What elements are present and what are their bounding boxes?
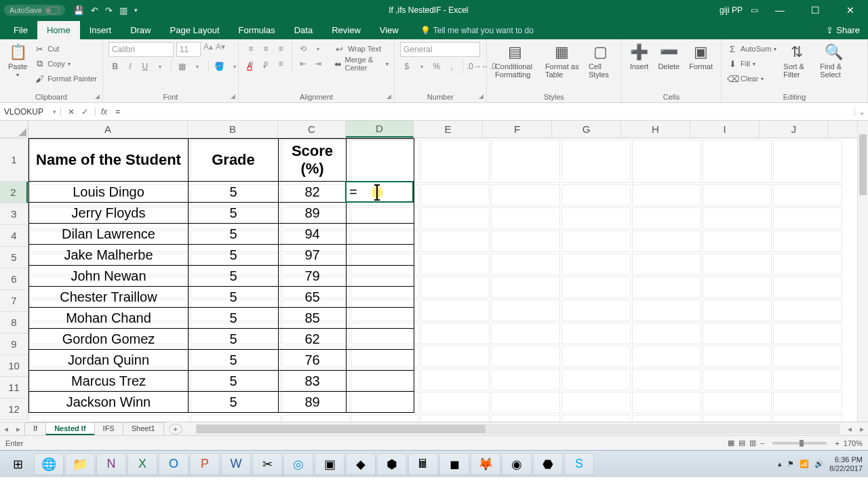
data-cell[interactable]: 5 (189, 329, 279, 350)
row-header-3[interactable]: 3 (0, 203, 28, 225)
data-cell[interactable]: 5 (189, 287, 279, 308)
touch-mode-icon[interactable]: ▥ (119, 5, 127, 16)
scrollbar-thumb[interactable] (859, 134, 867, 195)
sheet-tab[interactable]: If (24, 422, 46, 435)
redo-icon[interactable]: ↷ (105, 5, 113, 16)
taskbar-firefox-icon[interactable]: 🦊 (471, 453, 500, 475)
dialog-launcher-icon[interactable]: ◢ (231, 93, 235, 100)
data-cell[interactable]: Jackson Winn (29, 392, 189, 413)
taskbar-powerpoint-icon[interactable]: P (190, 453, 220, 475)
column-header-E[interactable]: E (414, 121, 483, 138)
column-header-H[interactable]: H (621, 121, 690, 138)
page-layout-view-icon[interactable]: ▤ (738, 439, 745, 447)
taskbar-outlook-icon[interactable]: O (159, 453, 189, 475)
zoom-level[interactable]: 170% (844, 439, 863, 447)
font-name-combo[interactable]: Calibri (108, 42, 174, 57)
italic-button[interactable]: I (123, 60, 137, 73)
delete-cells-button[interactable]: ➖Delete (655, 42, 682, 72)
column-header-F[interactable]: F (483, 121, 552, 138)
taskbar-app-icon[interactable]: ⬣ (533, 453, 563, 475)
fill-button[interactable]: ⬇Fill▾ (727, 57, 776, 70)
increase-font-icon[interactable]: A▴ (203, 42, 213, 57)
taskbar-skype-icon[interactable]: S (564, 453, 594, 475)
taskbar-app-icon[interactable]: ▣ (315, 453, 344, 475)
data-cell[interactable]: 89 (279, 392, 347, 413)
taskbar-teamviewer-icon[interactable]: ◎ (283, 453, 313, 475)
expand-formula-bar-icon[interactable]: ⌄ (854, 107, 868, 117)
data-table[interactable]: Name of the StudentGradeScore (%)Louis D… (28, 138, 414, 413)
comma-format-icon[interactable]: , (445, 60, 458, 73)
row-header-9[interactable]: 9 (0, 333, 28, 355)
decrease-indent-icon[interactable]: ⇤ (296, 57, 310, 70)
data-cell[interactable]: 97 (279, 245, 347, 266)
format-as-table-button[interactable]: ▦Format as Table (542, 42, 582, 80)
row-header-11[interactable]: 11 (0, 377, 28, 399)
data-cell[interactable]: Gordon Gomez (29, 329, 189, 350)
maximize-button[interactable]: ☐ (802, 0, 829, 20)
data-cell[interactable] (347, 329, 414, 350)
data-cell[interactable]: Jake Malherbe (29, 245, 189, 266)
border-button[interactable]: ▦ (176, 60, 189, 73)
font-size-combo[interactable]: 11 (176, 42, 201, 57)
data-cell[interactable]: 5 (189, 182, 279, 203)
sheet-tab[interactable]: Sheet1 (123, 422, 164, 435)
column-header-A[interactable]: A (28, 121, 188, 138)
tray-flag-icon[interactable]: ⚑ (787, 460, 794, 468)
align-top-icon[interactable]: ≡ (244, 42, 258, 56)
data-cell[interactable]: 5 (189, 245, 279, 266)
chevron-down-icon[interactable]: ▾ (153, 60, 167, 73)
row-header-5[interactable]: 5 (0, 247, 28, 268)
data-cell[interactable]: Mohan Chand (29, 308, 189, 329)
align-right-icon[interactable]: ≡ (274, 57, 288, 70)
data-cell[interactable]: John Newan (29, 266, 189, 287)
dialog-launcher-icon[interactable]: ◢ (479, 93, 484, 100)
row-header-6[interactable]: 6 (0, 268, 28, 290)
column-headers[interactable]: ABCDEFGHIJ (28, 121, 857, 138)
page-break-view-icon[interactable]: ▥ (749, 439, 756, 447)
data-cell[interactable]: 79 (279, 266, 347, 287)
merge-center-button[interactable]: ⬌Merge & Center▾ (334, 57, 389, 70)
accounting-format-icon[interactable]: $ (400, 60, 414, 73)
tell-me-search[interactable]: 💡 Tell me what you want to do (420, 26, 534, 39)
taskbar-app-icon[interactable]: ⬢ (377, 453, 407, 475)
align-center-icon[interactable]: ≡ (259, 57, 273, 70)
vertical-scrollbar[interactable] (857, 121, 868, 422)
format-cells-button[interactable]: ▣Format (686, 42, 715, 72)
column-header-I[interactable]: I (690, 121, 760, 138)
insert-cells-button[interactable]: ➕Insert (627, 42, 652, 72)
taskbar-excel-icon[interactable]: X (127, 453, 157, 475)
row-header-10[interactable]: 10 (0, 355, 28, 377)
taskbar-chrome-icon[interactable]: ◉ (502, 453, 532, 475)
decrease-font-icon[interactable]: A▾ (216, 42, 225, 57)
data-cell[interactable] (347, 308, 414, 329)
data-cell[interactable]: Jordan Quinn (29, 350, 189, 371)
number-format-combo[interactable]: General (400, 42, 480, 57)
close-button[interactable]: ✕ (837, 0, 864, 20)
bold-button[interactable]: B (108, 60, 122, 73)
tab-data[interactable]: Data (285, 21, 322, 39)
tab-page-layout[interactable]: Page Layout (161, 21, 229, 39)
undo-icon[interactable]: ↶ (91, 5, 98, 16)
data-cell[interactable]: 5 (189, 266, 279, 287)
find-select-button[interactable]: 🔍Find & Select (817, 42, 850, 80)
sheet-tab[interactable]: IFS (94, 422, 123, 435)
tray-volume-icon[interactable]: 🔊 (814, 460, 824, 468)
header-cell[interactable]: Score (%) (279, 139, 347, 182)
normal-view-icon[interactable]: ▦ (728, 439, 734, 447)
data-cell[interactable]: 5 (189, 371, 279, 392)
taskbar-word-icon[interactable]: W (221, 453, 251, 475)
copy-button[interactable]: ⧉Copy▾ (34, 57, 97, 70)
paste-button[interactable]: 📋 Paste ▾ (5, 42, 30, 79)
chevron-down-icon[interactable]: ▾ (415, 60, 429, 73)
taskbar-explorer-icon[interactable]: 📁 (65, 453, 95, 475)
zoom-slider[interactable] (772, 442, 827, 445)
data-cell[interactable]: Chester Traillow (29, 287, 189, 308)
dialog-launcher-icon[interactable]: ◢ (95, 93, 100, 100)
data-cell[interactable] (347, 392, 414, 413)
tab-insert[interactable]: Insert (80, 21, 121, 39)
formula-input[interactable]: = (113, 107, 854, 117)
data-cell[interactable]: Jerry Floyds (29, 203, 189, 224)
taskbar-app-icon[interactable]: ◼ (439, 453, 469, 475)
header-cell[interactable]: Name of the Student (29, 139, 189, 182)
chevron-down-icon[interactable]: ▾ (191, 60, 204, 73)
